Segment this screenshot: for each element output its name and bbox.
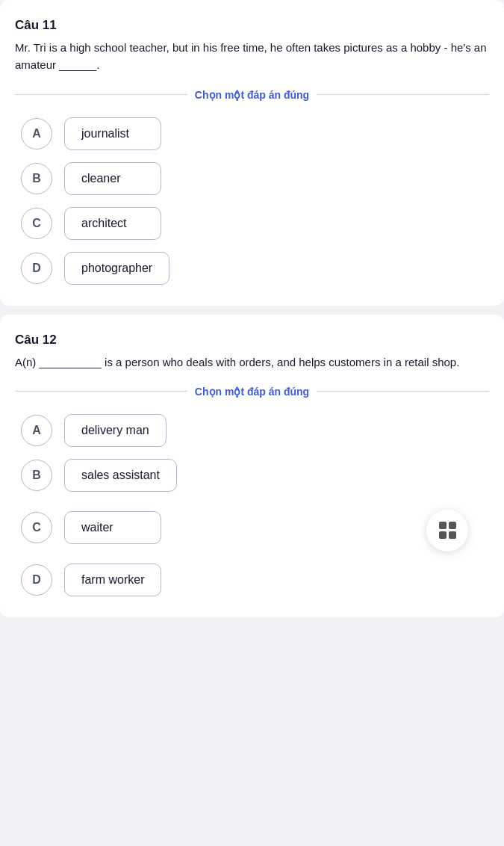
question-11-card: Câu 11 Mr. Tri is a high school teacher,…: [0, 0, 504, 306]
question-12-number: Câu 12: [15, 333, 489, 348]
option-12-a-box: delivery man: [64, 414, 167, 447]
option-12-d-box: farm worker: [64, 564, 161, 596]
option-11-b[interactable]: B cleaner: [21, 162, 483, 195]
option-11-a[interactable]: A journalist: [21, 117, 483, 150]
option-11-c[interactable]: C architect: [21, 207, 483, 240]
option-12-d-circle: D: [21, 564, 52, 596]
option-12-b-box: sales assistant: [64, 459, 177, 492]
question-11-choose-label: Chọn một đáp án đúng: [195, 89, 309, 101]
option-12-c-circle: C: [21, 512, 52, 543]
option-12-c-box: waiter: [64, 511, 161, 544]
option-12-a-circle: A: [21, 415, 52, 446]
question-12-text: A(n) __________ is a person who deals wi…: [15, 353, 489, 371]
option-11-b-box: cleaner: [64, 162, 161, 195]
option-11-a-circle: A: [21, 118, 52, 149]
option-11-d-box: photographer: [64, 252, 169, 285]
option-12-a[interactable]: A delivery man: [21, 414, 483, 447]
question-11-text: Mr. Tri is a high school teacher, but in…: [15, 39, 489, 74]
option-12-d[interactable]: D farm worker: [21, 564, 483, 596]
question-12-choose-label: Chọn một đáp án đúng: [195, 386, 309, 398]
grid-icon: [439, 522, 456, 539]
option-11-a-box: journalist: [64, 117, 161, 150]
option-12-c-row-wrapper: C waiter: [21, 504, 483, 552]
question-12-options: A delivery man B sales assistant C waite…: [15, 414, 489, 596]
question-11-divider: Chọn một đáp án đúng: [15, 89, 489, 101]
option-12-c[interactable]: C waiter: [21, 511, 426, 544]
question-12-divider: Chọn một đáp án đúng: [15, 386, 489, 398]
option-11-d[interactable]: D photographer: [21, 252, 483, 285]
grid-view-button[interactable]: [426, 510, 468, 552]
option-11-b-circle: B: [21, 163, 52, 194]
option-12-b[interactable]: B sales assistant: [21, 459, 483, 492]
option-11-c-box: architect: [64, 207, 161, 240]
question-11-number: Câu 11: [15, 18, 489, 33]
option-11-c-circle: C: [21, 208, 52, 239]
question-11-options: A journalist B cleaner C architect D pho…: [15, 117, 489, 285]
option-12-b-circle: B: [21, 460, 52, 491]
question-12-card: Câu 12 A(n) __________ is a person who d…: [0, 315, 504, 617]
option-11-d-circle: D: [21, 253, 52, 284]
